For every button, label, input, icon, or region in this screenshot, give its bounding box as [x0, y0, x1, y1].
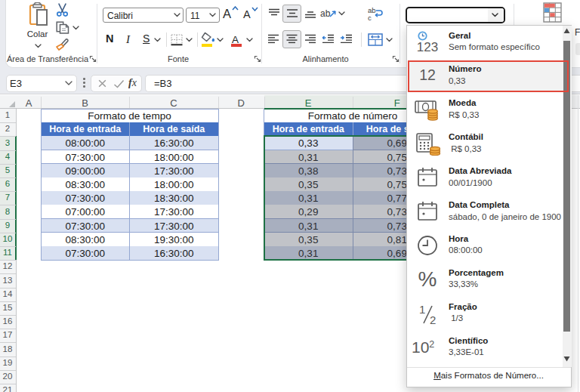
svg-text:2: 2 — [430, 313, 436, 326]
svg-text:1: 1 — [419, 303, 425, 316]
